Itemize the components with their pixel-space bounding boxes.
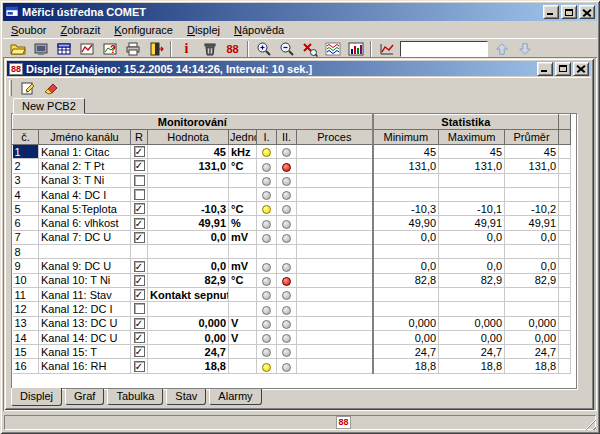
row-number-cell[interactable]: 9	[13, 259, 39, 273]
row-number-cell[interactable]: 12	[13, 302, 39, 316]
channel-name-cell[interactable]: Kanal 15: T	[39, 345, 131, 359]
row-number-cell[interactable]: 11	[13, 287, 39, 301]
table-row[interactable]: 16Kanal 16: RH✓18,818,818,818,8	[13, 359, 571, 373]
maximize-button[interactable]	[561, 5, 577, 19]
row-number-cell[interactable]: 15	[13, 345, 39, 359]
table-row[interactable]: 6Kanal 6: vlhkost✓49,91%49,9049,9149,91	[13, 216, 571, 230]
record-checkbox-cell[interactable]: ✓	[131, 316, 148, 330]
open-button[interactable]	[6, 39, 29, 59]
channel-name-cell[interactable]: Kanal 11: Stav	[39, 287, 131, 301]
row-number-cell[interactable]: 2	[13, 159, 39, 173]
record-checkbox-unchecked[interactable]	[134, 189, 145, 200]
record-checkbox-unchecked[interactable]	[134, 175, 145, 186]
table-row[interactable]: 15Kanal 15: T✓24,724,724,724,7	[13, 345, 571, 359]
channel-name-cell[interactable]: Kanal 9: DC U	[39, 259, 131, 273]
record-checkbox-cell[interactable]: ✓	[131, 159, 148, 173]
record-checkbox-checked[interactable]: ✓	[134, 332, 145, 343]
row-number-cell[interactable]: 6	[13, 216, 39, 230]
channel-name-cell[interactable]: Kanal 5:Teplota	[39, 202, 131, 216]
record-checkbox-checked[interactable]: ✓	[134, 146, 145, 157]
bottom-tab-tabulka[interactable]: Tabulka	[107, 389, 163, 405]
channel-name-cell[interactable]	[39, 245, 131, 259]
table-row[interactable]: 3Kanal 3: T Ni	[13, 173, 571, 187]
record-checkbox-cell[interactable]: ✓	[131, 330, 148, 344]
row-number-cell[interactable]: 10	[13, 273, 39, 287]
record-checkbox-cell[interactable]	[131, 187, 148, 201]
delete-button[interactable]	[198, 39, 221, 59]
close-button[interactable]	[579, 5, 595, 19]
record-checkbox-checked[interactable]: ✓	[134, 318, 145, 329]
row-number-cell[interactable]: 3	[13, 173, 39, 187]
minimize-button[interactable]	[543, 5, 559, 19]
table-row[interactable]: 9Kanal 9: DC U✓0,0mV0,00,00,0	[13, 259, 571, 273]
row-number-cell[interactable]: 16	[13, 359, 39, 373]
record-checkbox-checked[interactable]: ✓	[134, 289, 145, 300]
display-window-titlebar[interactable]: 88 Displej [Zahájeno: 15.2.2005 14:14:26…	[7, 61, 591, 76]
bottom-tab-stav[interactable]: Stav	[166, 389, 206, 405]
row-number-cell[interactable]: 7	[13, 230, 39, 244]
channel-name-cell[interactable]: Kanal 1: Citac	[39, 145, 131, 159]
table-row[interactable]: 1Kanal 1: Citac✓45kHz454545	[13, 145, 571, 159]
record-checkbox-cell[interactable]: ✓	[131, 287, 148, 301]
comet-logo-button[interactable]: 88	[221, 39, 244, 59]
zoom-out-button[interactable]	[275, 39, 298, 59]
move-up-button[interactable]	[490, 39, 513, 59]
print-button[interactable]	[121, 39, 144, 59]
exit-button[interactable]	[144, 39, 167, 59]
move-down-button[interactable]	[513, 39, 536, 59]
channel-name-cell[interactable]: Kanal 10: T Ni	[39, 273, 131, 287]
row-number-cell[interactable]: 8	[13, 245, 39, 259]
mdi-close-button[interactable]	[573, 62, 589, 76]
table-view-button[interactable]	[52, 39, 75, 59]
table-row[interactable]: 7Kanal 7: DC U✓0,0mV0,00,00,0	[13, 230, 571, 244]
table-row[interactable]: 14Kanal 14: DC U✓0,00V0,000,000,00	[13, 330, 571, 344]
channel-name-cell[interactable]: Kanal 14: DC U	[39, 330, 131, 344]
row-number-cell[interactable]: 5	[13, 202, 39, 216]
menu-napoveda[interactable]: Nápověda	[227, 23, 291, 37]
table-row[interactable]: 11Kanal 11: Stav✓Kontakt sepnut	[13, 287, 571, 301]
record-checkbox-cell[interactable]: ✓	[131, 145, 148, 159]
filter-input[interactable]	[400, 41, 488, 57]
channel-name-cell[interactable]: Kanal 13: DC U	[39, 316, 131, 330]
edit-display-button[interactable]	[16, 78, 39, 98]
menu-konfigurace[interactable]: Konfigurace	[107, 23, 180, 37]
bottom-tab-graf[interactable]: Graf	[65, 389, 104, 405]
menu-displej[interactable]: Displej	[180, 23, 227, 37]
row-number-cell[interactable]: 13	[13, 316, 39, 330]
channel-name-cell[interactable]: Kanal 4: DC I	[39, 187, 131, 201]
record-checkbox-checked[interactable]: ✓	[134, 261, 145, 272]
trend-chart-button[interactable]	[375, 39, 398, 59]
table-row[interactable]: 13Kanal 13: DC U✓0,000V0,0000,0000,000	[13, 316, 571, 330]
record-checkbox-cell[interactable]: ✓	[131, 216, 148, 230]
mdi-minimize-button[interactable]	[537, 62, 553, 76]
row-number-cell[interactable]: 4	[13, 187, 39, 201]
table-row[interactable]: 12Kanal 12: DC I	[13, 302, 571, 316]
record-checkbox-checked[interactable]: ✓	[134, 346, 145, 357]
record-checkbox-cell[interactable]: ✓	[131, 273, 148, 287]
channel-name-cell[interactable]: Kanal 3: T Ni	[39, 173, 131, 187]
table-row[interactable]: 2Kanal 2: T Pt✓131,0°C131,0131,0131,0	[13, 159, 571, 173]
bottom-tab-alarmy[interactable]: Alarmy	[209, 389, 261, 405]
table-row[interactable]: 8	[13, 245, 571, 259]
record-checkbox-cell[interactable]	[131, 245, 148, 259]
row-number-cell[interactable]: 1	[13, 145, 39, 159]
record-checkbox-cell[interactable]: ✓	[131, 259, 148, 273]
table-row[interactable]: 10Kanal 10: T Ni✓82,9°C82,882,982,9	[13, 273, 571, 287]
mdi-restore-button[interactable]	[555, 62, 571, 76]
record-checkbox-checked[interactable]: ✓	[134, 275, 145, 286]
record-checkbox-checked[interactable]: ✓	[134, 218, 145, 229]
channel-name-cell[interactable]: Kanal 2: T Pt	[39, 159, 131, 173]
table-row[interactable]: 4Kanal 4: DC I	[13, 187, 571, 201]
zoom-cancel-button[interactable]	[298, 39, 321, 59]
info-button[interactable]: i	[175, 39, 198, 59]
channel-name-cell[interactable]: Kanal 12: DC I	[39, 302, 131, 316]
histogram-button[interactable]	[344, 39, 367, 59]
record-checkbox-cell[interactable]: ✓	[131, 202, 148, 216]
record-checkbox-cell[interactable]: ✓	[131, 359, 148, 373]
display-device-button[interactable]	[29, 39, 52, 59]
channel-name-cell[interactable]: Kanal 16: RH	[39, 359, 131, 373]
channel-name-cell[interactable]: Kanal 6: vlhkost	[39, 216, 131, 230]
channel-name-cell[interactable]: Kanal 7: DC U	[39, 230, 131, 244]
record-checkbox-unchecked[interactable]	[134, 303, 145, 314]
device-tab-new-pcb2[interactable]: New PCB2	[13, 98, 85, 114]
